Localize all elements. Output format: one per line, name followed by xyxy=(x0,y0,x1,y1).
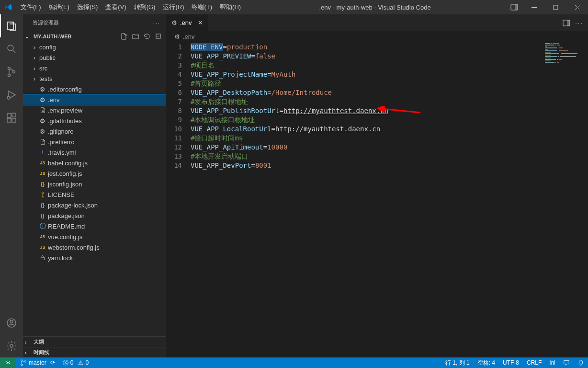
svg-rect-10 xyxy=(7,118,11,122)
new-folder-icon[interactable] xyxy=(132,33,139,40)
menu-terminal[interactable]: 终端(T) xyxy=(188,0,216,14)
tree-file[interactable]: !.travis.yml xyxy=(23,147,166,158)
tree-item-label: .prettierrc xyxy=(47,138,74,146)
activity-source-control[interactable] xyxy=(0,60,23,83)
gear-icon: ⚙ xyxy=(38,117,47,125)
cursor-position[interactable]: 行 1, 列 1 xyxy=(441,357,474,368)
json-icon: {} xyxy=(38,213,47,218)
tree-file[interactable]: {}jsconfig.json xyxy=(23,179,166,189)
layout-toggle-icon[interactable] xyxy=(505,0,523,14)
tree-file[interactable]: JSbabel.config.js xyxy=(23,158,166,168)
outline-section[interactable]: › 大纲 xyxy=(23,336,166,347)
code-line: VUE_APP_ApiTimeout=10000 xyxy=(191,143,588,152)
menu-help[interactable]: 帮助(H) xyxy=(216,0,245,14)
split-editor-icon[interactable] xyxy=(563,19,570,27)
tree-file[interactable]: .env.preview xyxy=(23,105,166,115)
indent-button[interactable]: 空格: 4 xyxy=(474,357,499,368)
activity-settings[interactable] xyxy=(0,334,23,357)
close-button[interactable] xyxy=(566,0,588,14)
code-line: VUE_APP_PREVIEW=false xyxy=(191,52,588,61)
tab-close-icon[interactable]: ✕ xyxy=(198,19,203,26)
activity-run-debug[interactable] xyxy=(0,83,23,106)
warning-icon: ⚠ xyxy=(78,359,83,366)
js-icon: JS xyxy=(38,171,47,176)
svg-rect-2 xyxy=(531,7,537,8)
tree-file[interactable]: LICENSE xyxy=(23,189,166,200)
menu-selection[interactable]: 选择(S) xyxy=(73,0,102,14)
project-header[interactable]: ⌄ MY-AUTH-WEB xyxy=(23,31,166,42)
menu-view[interactable]: 查看(V) xyxy=(102,0,130,14)
tree-file[interactable]: {}package.json xyxy=(23,210,166,221)
remote-button[interactable] xyxy=(0,357,16,368)
code-line: VUE_APP_DesktopPath=/Home/Introduce xyxy=(191,88,588,97)
tree-file[interactable]: ⓘREADME.md xyxy=(23,221,166,231)
code-line: VUE_APP_PublishRootUrl=http://myauthtest… xyxy=(191,106,588,115)
timeline-label: 时间线 xyxy=(34,349,49,356)
git-branch-button[interactable]: master ⟳ xyxy=(16,357,59,368)
breadcrumb[interactable]: ⚙ .env xyxy=(167,31,588,42)
feedback-icon[interactable] xyxy=(559,357,574,368)
svg-point-25 xyxy=(24,361,26,363)
branch-icon xyxy=(20,359,27,366)
problems-button[interactable]: ⓧ0 ⚠0 xyxy=(59,357,92,368)
tree-file[interactable]: ⚙.gitattributes xyxy=(23,115,166,126)
editor-more-icon[interactable]: ··· xyxy=(575,19,583,26)
maximize-button[interactable] xyxy=(545,0,566,14)
menu-go[interactable]: 转到(G) xyxy=(130,0,159,14)
tree-file[interactable]: JSjest.config.js xyxy=(23,168,166,179)
svg-point-23 xyxy=(21,360,23,362)
chevron-right-icon: › xyxy=(31,65,38,72)
encoding-button[interactable]: UTF-8 xyxy=(499,357,523,368)
code-content[interactable]: NODE_ENV=productionVUE_APP_PREVIEW=false… xyxy=(191,42,588,357)
tree-file[interactable]: {}package-lock.json xyxy=(23,200,166,210)
editor-area: ⚙ .env ✕ ··· ⚙ .env 1234567891011121314 … xyxy=(167,14,588,357)
tree-item-label: README.md xyxy=(47,223,85,230)
tree-folder[interactable]: ›tests xyxy=(23,73,166,84)
menu-edit[interactable]: 编辑(E) xyxy=(45,0,73,14)
tree-file[interactable]: ⚙.env xyxy=(23,94,166,105)
tree-item-label: LICENSE xyxy=(47,191,75,198)
file-icon xyxy=(38,138,47,145)
editor-body[interactable]: 1234567891011121314 NODE_ENV=productionV… xyxy=(167,42,588,357)
yaml-icon: ! xyxy=(38,150,47,155)
tree-file[interactable]: .prettierrc xyxy=(23,137,166,147)
lic-icon xyxy=(38,191,47,198)
tree-file[interactable]: ⚙.gitignore xyxy=(23,126,166,137)
tree-file[interactable]: ⚙.editorconfig xyxy=(23,84,166,94)
sidebar-more-icon[interactable]: ··· xyxy=(153,20,160,26)
tab-env[interactable]: ⚙ .env ✕ xyxy=(167,14,208,31)
tree-folder[interactable]: ›src xyxy=(23,63,166,73)
tree-file[interactable]: yarn.lock xyxy=(23,253,166,263)
svg-rect-18 xyxy=(41,257,45,260)
minimap[interactable] xyxy=(542,43,588,100)
minimize-button[interactable] xyxy=(523,0,545,14)
activity-search[interactable] xyxy=(0,37,23,60)
code-line: #接口超时时间ms xyxy=(191,134,588,143)
activity-extensions[interactable] xyxy=(0,106,23,129)
file-tree[interactable]: ›config›public›src›tests⚙.editorconfig⚙.… xyxy=(23,42,166,336)
window-controls xyxy=(523,0,588,14)
tree-item-label: package-lock.json xyxy=(47,202,98,209)
activity-accounts[interactable] xyxy=(0,311,23,334)
tree-file[interactable]: JSwebstorm.config.js xyxy=(23,242,166,253)
language-button[interactable]: Ini xyxy=(545,357,559,368)
notifications-icon[interactable] xyxy=(574,357,588,368)
timeline-section[interactable]: › 时间线 xyxy=(23,347,166,357)
tree-folder[interactable]: ›public xyxy=(23,52,166,63)
collapse-all-icon[interactable] xyxy=(155,33,162,40)
activity-explorer[interactable] xyxy=(0,14,23,37)
eol-button[interactable]: CRLF xyxy=(523,357,545,368)
svg-point-6 xyxy=(8,74,11,77)
tree-folder[interactable]: ›config xyxy=(23,42,166,52)
code-line: #发布后接口根地址 xyxy=(191,97,588,106)
menu-file[interactable]: 文件(F) xyxy=(17,0,45,14)
tree-item-label: jest.config.js xyxy=(47,170,82,177)
gear-icon: ⚙ xyxy=(38,128,47,135)
menu-run[interactable]: 运行(R) xyxy=(159,0,188,14)
code-line: #首页路径 xyxy=(191,79,588,88)
js-icon: JS xyxy=(38,234,47,239)
refresh-icon[interactable] xyxy=(143,33,151,40)
tree-file[interactable]: JSvue.config.js xyxy=(23,231,166,242)
tree-item-label: .gitattributes xyxy=(47,117,82,125)
new-file-icon[interactable] xyxy=(120,33,128,40)
